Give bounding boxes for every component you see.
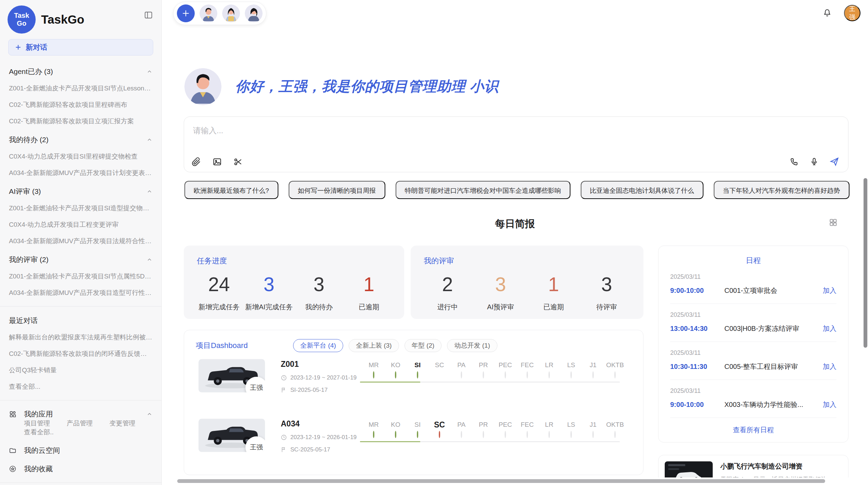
schedule-date: 2025/03/11 [670,349,836,357]
voice-call-button[interactable] [790,157,799,166]
agent-avatar-2[interactable] [222,4,240,22]
app-item-product-mgmt[interactable]: 产品管理 [51,420,93,427]
chevron-up-icon [146,188,153,195]
milestone-dot [570,431,572,438]
sidebar-item[interactable]: A034-全新新能源MUV产品开发项目造型可行性评审 [9,288,153,297]
milestone-dot [614,431,616,438]
user-avatar[interactable]: 王强 [844,5,860,21]
project-id: A034 [281,419,357,428]
sidebar-item[interactable]: Z001-全新燃油轻卡产品开发项目SI造型提交物评审 [9,204,153,213]
briefing-layout-grid-icon[interactable] [829,218,838,227]
section-title: 我的评审 (2) [9,255,49,264]
tab-model-year[interactable]: 年型 (2) [405,339,442,352]
send-button[interactable] [830,157,839,166]
microphone-button[interactable] [810,157,819,166]
sidebar-item[interactable]: Z001-全新燃油轻卡产品开发项目SI节点属性5D文件评审 [9,272,153,281]
suggestion-chip[interactable]: 特朗普可能对进口汽车增税会对中国车企造成哪些影响 [396,181,570,199]
sidebar-item-favorites[interactable]: 我的收藏 [9,464,153,474]
tab-powertrain[interactable]: 动总开发 (1) [447,339,497,352]
stat-label: AI预评审 [474,302,527,312]
tab-new-body[interactable]: 全新上装 (3) [349,339,399,352]
stat-label: 已逾期 [527,302,580,312]
stat-label: 新增完成任务 [194,302,244,312]
new-chat-button[interactable]: 新对话 [8,39,153,55]
recent-chat-item[interactable]: C02-飞腾新能源轻客改款项目的闭环通告反馈情况 [9,349,153,358]
sidebar-item[interactable]: Z001-全新燃油皮卡产品开发项目SI节点Lesson Learn报告 [9,84,153,93]
panel-collapse-icon [144,11,153,20]
milestone: PEC [494,360,516,378]
scissors-icon [233,157,243,166]
recent-chat-item[interactable]: 解释最新出台的欧盟报废车法规再生塑料比例被调至15%... [9,333,153,342]
project-car-image: 王强 [198,419,265,452]
project-row[interactable]: 王强 A034 2023-12-19 ~ 2026-01-19 SC-2025-… [184,417,643,471]
agent-avatar-3[interactable] [245,4,263,22]
stat-pending-review: 3 待评审 [580,274,633,312]
suggestion-chip[interactable]: 当下年轻人对汽车外观有怎样的喜好趋势 [714,181,849,199]
sidebar-item-label: 我的云空间 [24,446,60,455]
schedule-time: 9:00-10:00 [670,287,724,295]
section-my-review[interactable]: 我的评审 (2) [9,255,153,264]
join-meeting-link[interactable]: 加入 [823,400,836,409]
app-root: Task Go TaskGo 新对话 Agent已办 (3) Z001-全新燃油… [0,0,868,485]
screenshot-button[interactable] [233,157,243,166]
section-title: AI评审 (3) [9,187,41,196]
milestone-dot [505,431,506,438]
milestone-dot [483,431,484,438]
hero: 你好，王强，我是你的项目管理助理 小识 [184,68,498,105]
briefing-header: 每日简报 [162,217,868,231]
join-meeting-link[interactable]: 加入 [823,362,836,371]
attach-file-button[interactable] [192,157,201,166]
horizontal-scrollbar-thumb[interactable] [177,479,825,483]
section-agent-done[interactable]: Agent已办 (3) [9,67,153,76]
section-ai-review[interactable]: AI评审 (3) [9,187,153,196]
section-my-todo[interactable]: 我的待办 (2) [9,135,153,145]
divider [0,306,161,307]
clock-icon [281,375,287,381]
milestone-dot [417,371,418,378]
main-area: 王强 你好，王强，我是你的项目管理助理 小识 [162,0,868,485]
section-recent-chats[interactable]: 最近对话 [9,316,153,325]
briefing-title: 每日简报 [495,218,535,229]
sidebar-item[interactable]: C02-飞腾新能源轻客改款项目立项汇报方案 [9,117,153,126]
sidebar-item[interactable]: C0X4-动力总成开发项目工程变更评审 [9,220,153,229]
section-title: 我的待办 (2) [9,135,49,145]
project-row[interactable]: 王强 Z001 2023-12-19 ~ 2027-01-19 SI-2025-… [184,358,643,412]
app-item-project-mgmt[interactable]: 项目管理 [9,420,50,427]
milestone-dot [592,431,594,438]
join-meeting-link[interactable]: 加入 [823,286,836,295]
milestone-dot [614,371,616,378]
milestone-dot [570,371,572,378]
sidebar-item[interactable]: C0X4-动力总成开发项目SI里程碑提交物检查 [9,152,153,161]
milestone-chart: MR KO SI SC PA PR PEC FEC LR LS J1 [363,420,626,438]
milestone-dot [461,431,462,438]
plus-icon [181,9,190,18]
sidebar-item[interactable]: A034-全新新能源MUV产品开发项目计划变更表编写 [9,169,153,177]
stat-my-todo: 3 我的待办 [294,274,344,312]
sidebar-item[interactable]: C02-飞腾新能源轻客改款项目里程碑画布 [9,100,153,109]
project-date-range: 2023-12-19 ~ 2027-01-19 [281,374,357,381]
tab-new-platform[interactable]: 全新平台 (4) [293,339,343,352]
sidebar-item[interactable]: A034-全新新能源MUV产品开发项目法规符合性评审 [9,237,153,246]
recent-chat-item[interactable]: 公司Q3轻卡销量 [9,366,153,375]
schedule-title: 日程 [670,256,836,266]
insert-image-button[interactable] [213,157,222,166]
notifications-bell-icon[interactable] [823,9,832,17]
schedule-item: 2025/03/11 9:00-10:00 C001-立项审批会 加入 [670,266,836,304]
folder-icon [9,447,16,454]
chat-input[interactable] [192,126,502,136]
suggestion-chip[interactable]: 比亚迪全固态电池计划具体说了什么 [581,181,703,199]
join-meeting-link[interactable]: 加入 [823,324,836,333]
vertical-scrollbar-thumb[interactable] [864,178,867,348]
suggestion-chip[interactable]: 欧洲新规最近颁布了什么? [184,181,278,199]
suggestion-chip[interactable]: 如何写一份清晰的项目周报 [289,181,385,199]
sidebar-collapse-button[interactable] [142,9,155,21]
view-all-apps-link[interactable]: 查看全部.. [9,428,54,436]
stat-review-overdue: 1 已逾期 [527,274,580,312]
view-all-chats-link[interactable]: 查看全部... [9,382,153,391]
add-agent-button[interactable] [177,4,195,22]
sidebar-item-cloud-space[interactable]: 我的云空间 [9,446,153,455]
section-my-apps[interactable]: 我的应用 [9,409,153,419]
app-item-change-mgmt[interactable]: 变更管理 [94,420,135,427]
view-all-schedule-link[interactable]: 查看所有日程 [670,418,836,442]
agent-avatar-1[interactable] [200,4,217,22]
